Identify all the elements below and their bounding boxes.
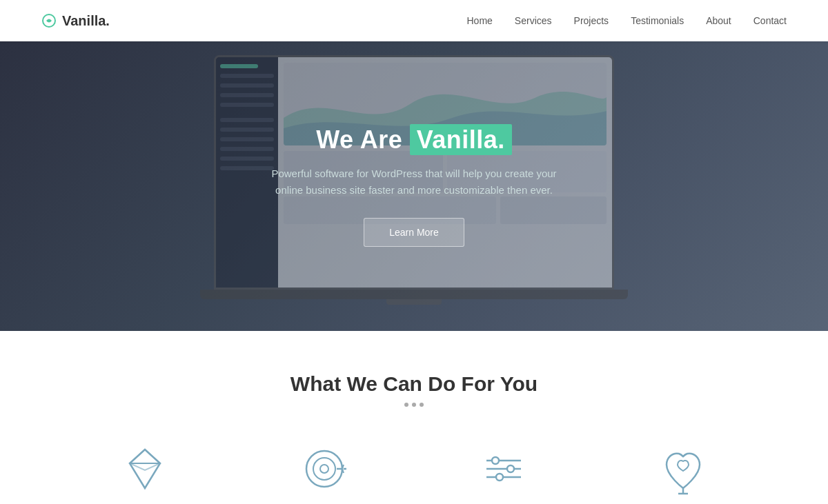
diamond-icon [117,441,172,496]
svg-point-14 [492,457,499,464]
sidebar-line [220,118,274,122]
hero-section: We Are Vanilla. Powerful software for Wo… [0,41,828,331]
heart-pin-icon [656,441,711,496]
dot-3 [420,403,424,407]
sidebar-line [220,103,274,107]
sidebar-line [220,93,274,97]
sidebar-line [220,64,258,68]
svg-point-16 [496,474,503,481]
svg-point-15 [507,465,514,472]
section-dots [41,403,787,407]
logo-text: Vanilla. [62,13,110,29]
service-card-design: Design Projects Lorem ipsum dolor sit am… [69,441,221,504]
services-grid: Design Projects Lorem ipsum dolor sit am… [69,441,759,504]
hero-title: We Are Vanilla. [262,125,566,154]
hero-subtitle: Powerful software for WordPress that wil… [262,165,566,199]
nav-services[interactable]: Services [515,15,552,26]
sidebar-line [220,83,274,88]
service-card-analytics: Track Analytics Lorem ipsum dolor sit am… [428,441,580,504]
nav-contact[interactable]: Contact [753,15,787,26]
sidebar-line [220,74,274,78]
hero-title-prefix: We Are [316,125,402,154]
dot-1 [404,403,408,407]
services-title: What We Can Do For You [41,372,787,396]
nav-links: Home Services Projects Testimonials Abou… [467,14,787,27]
service-card-strategies: Winning Strategies Lorem ipsum dolor sit… [248,441,400,504]
laptop-base [200,290,628,299]
svg-marker-2 [130,450,160,470]
nav-about[interactable]: About [706,15,731,26]
laptop-stand [386,299,442,305]
nav-testimonials[interactable]: Testimonials [631,15,684,26]
svg-marker-1 [130,450,160,488]
target-icon [297,441,352,496]
learn-more-button[interactable]: Learn More [364,218,464,247]
dot-2 [412,403,416,407]
service-card-clients: Client Management Lorem ipsum dolor sit … [607,441,759,504]
logo-icon [41,13,57,28]
hero-content: We Are Vanilla. Powerful software for Wo… [262,125,566,247]
navbar: Vanilla. Home Services Projects Testimon… [0,0,828,41]
nav-projects[interactable]: Projects [574,15,609,26]
svg-point-5 [313,458,335,480]
services-section: What We Can Do For You Design Projects L… [0,331,828,504]
hero-title-highlight: Vanilla. [410,124,512,155]
nav-home[interactable]: Home [467,15,493,26]
svg-point-6 [320,465,328,473]
sliders-icon [476,441,531,496]
logo[interactable]: Vanilla. [41,13,110,29]
